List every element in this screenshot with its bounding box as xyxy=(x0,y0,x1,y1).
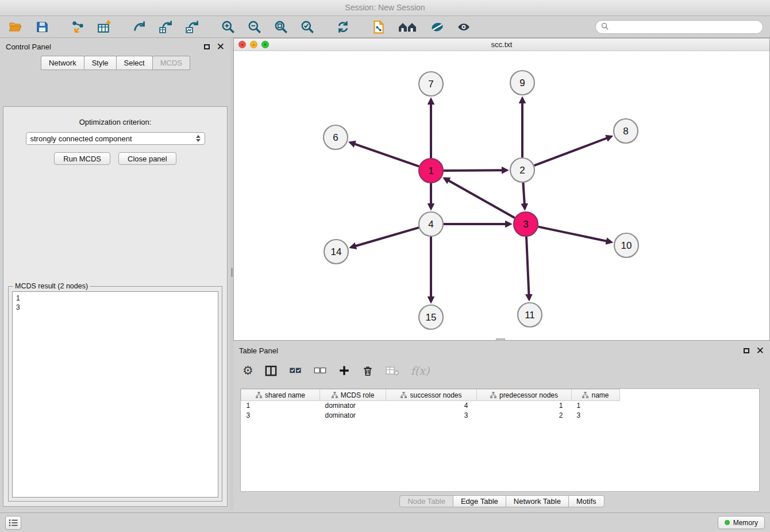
graph-node-1[interactable]: 1 xyxy=(419,159,443,183)
tab-motifs[interactable]: Motifs xyxy=(568,495,605,507)
graph-node-4[interactable]: 4 xyxy=(419,212,443,236)
home-layout-icon[interactable] xyxy=(396,18,419,36)
control-panel-tabs: Network Style Select MCDS xyxy=(0,56,230,70)
copy-network-icon[interactable] xyxy=(370,18,387,36)
svg-text:1: 1 xyxy=(428,165,433,176)
window-minimize-button[interactable]: − xyxy=(250,41,257,48)
graph-edge-1-2[interactable] xyxy=(444,170,507,171)
graph-node-15[interactable]: 15 xyxy=(419,305,443,329)
graph-edge-3-11[interactable] xyxy=(526,237,529,299)
task-history-button[interactable] xyxy=(5,516,21,530)
memory-label: Memory xyxy=(733,519,758,527)
tab-network-table[interactable]: Network Table xyxy=(506,495,569,507)
graph-edge-3-10[interactable] xyxy=(538,227,611,242)
graph-edge-1-6[interactable] xyxy=(351,142,419,167)
close-table-panel-icon[interactable]: ✕ xyxy=(756,346,764,356)
window-resize-grip[interactable] xyxy=(496,338,505,341)
zoom-selected-icon[interactable] xyxy=(299,18,316,36)
search-field[interactable] xyxy=(595,20,763,34)
app-title: Session: New Session xyxy=(345,3,425,12)
tab-edge-table[interactable]: Edge Table xyxy=(453,495,506,507)
delete-column-icon[interactable] xyxy=(361,364,374,377)
zoom-out-icon[interactable] xyxy=(246,18,263,36)
open-session-icon[interactable] xyxy=(7,18,24,36)
status-bar: Memory xyxy=(0,512,770,532)
save-session-icon[interactable] xyxy=(33,18,51,36)
graph-edge-3-1[interactable] xyxy=(445,178,515,218)
column-header-predecessor-nodes[interactable]: predecessor nodes xyxy=(477,390,572,401)
import-table-icon[interactable] xyxy=(95,18,113,36)
table-panel-title: Table Panel xyxy=(239,346,278,355)
search-icon xyxy=(601,22,609,32)
svg-text:6: 6 xyxy=(333,132,338,143)
tab-mcds[interactable]: MCDS xyxy=(152,56,190,70)
window-close-button[interactable]: × xyxy=(238,41,246,48)
mcds-result-list[interactable]: 13 xyxy=(12,291,218,498)
svg-text:10: 10 xyxy=(621,240,632,251)
float-panel-icon[interactable] xyxy=(204,44,210,49)
search-input[interactable] xyxy=(612,22,757,31)
window-zoom-button[interactable]: + xyxy=(261,41,269,48)
tab-select[interactable]: Select xyxy=(116,56,153,70)
column-header-successor-nodes[interactable]: successor nodes xyxy=(386,390,477,401)
graph-node-14[interactable]: 14 xyxy=(324,240,348,264)
criterion-label: Optimization criterion: xyxy=(3,118,227,126)
graph-node-11[interactable]: 11 xyxy=(518,303,542,327)
svg-text:4: 4 xyxy=(428,219,433,230)
zoom-fit-icon[interactable] xyxy=(272,18,290,36)
table-panel: Table Panel ✕ ⚙ f(x) shared nameMCDS ro xyxy=(233,342,770,510)
graph-edge-4-14[interactable] xyxy=(351,228,419,247)
criterion-select[interactable]: strongly connected component xyxy=(26,132,205,145)
network-window: × − + scc.txt 7968124310141511 xyxy=(233,38,770,341)
new-network-icon[interactable] xyxy=(131,18,148,36)
zoom-in-icon[interactable] xyxy=(220,18,237,36)
graph-node-6[interactable]: 6 xyxy=(324,125,348,149)
tab-node-table[interactable]: Node Table xyxy=(399,495,453,507)
table-tabs: Node Table Edge Table Network Table Moti… xyxy=(233,495,770,507)
graph-edge-2-8[interactable] xyxy=(534,137,611,166)
run-mcds-button[interactable]: Run MCDS xyxy=(54,152,110,165)
add-column-icon[interactable] xyxy=(338,364,351,377)
graph-node-9[interactable]: 9 xyxy=(510,71,534,95)
graph-node-7[interactable]: 7 xyxy=(419,72,443,96)
apply-style-icon[interactable] xyxy=(429,18,446,36)
panel-divider-handle[interactable] xyxy=(231,268,233,277)
column-header-name[interactable]: name xyxy=(572,390,620,401)
show-graphics-icon[interactable] xyxy=(455,18,472,36)
tab-style[interactable]: Style xyxy=(84,56,117,70)
mcds-result-item[interactable]: 3 xyxy=(16,303,214,312)
close-panel-button[interactable]: Close panel xyxy=(118,152,176,165)
svg-text:9: 9 xyxy=(519,78,525,88)
mcds-result-item[interactable]: 1 xyxy=(16,294,214,303)
mcds-result-title: MCDS result (2 nodes) xyxy=(13,282,90,290)
svg-text:8: 8 xyxy=(623,126,628,137)
graph-edge-2-3[interactable] xyxy=(523,183,525,209)
node-table-body: 1dominator4113dominator323 xyxy=(241,401,760,421)
delete-table-icon[interactable] xyxy=(385,364,400,377)
tab-network[interactable]: Network xyxy=(41,56,84,70)
graph-node-3[interactable]: 3 xyxy=(514,212,538,236)
export-image-icon[interactable] xyxy=(184,18,201,36)
function-builder-icon[interactable]: f(x) xyxy=(411,364,430,377)
table-row[interactable]: 3dominator323 xyxy=(241,411,760,421)
column-header-shared-name[interactable]: shared name xyxy=(241,390,320,401)
clone-network-icon[interactable] xyxy=(157,18,175,36)
import-network-icon[interactable] xyxy=(69,18,86,36)
svg-text:11: 11 xyxy=(525,310,535,321)
show-columns-icon[interactable] xyxy=(264,364,278,377)
table-toolbar: ⚙ f(x) xyxy=(242,361,429,380)
refresh-layout-icon[interactable] xyxy=(334,18,352,36)
graph-node-2[interactable]: 2 xyxy=(510,158,534,182)
column-header-MCDS-role[interactable]: MCDS role xyxy=(320,390,386,401)
close-panel-icon[interactable]: ✕ xyxy=(217,42,225,52)
table-row[interactable]: 1dominator411 xyxy=(241,401,760,411)
network-canvas[interactable]: 7968124310141511 xyxy=(234,51,769,340)
memory-button[interactable]: Memory xyxy=(718,516,765,529)
float-table-panel-icon[interactable] xyxy=(744,348,749,353)
select-all-columns-icon[interactable] xyxy=(288,364,302,377)
graph-node-10[interactable]: 10 xyxy=(614,233,638,257)
graph-node-8[interactable]: 8 xyxy=(614,119,638,143)
table-settings-icon[interactable]: ⚙ xyxy=(242,365,253,377)
svg-text:3: 3 xyxy=(523,219,528,230)
deselect-all-columns-icon[interactable] xyxy=(313,364,327,377)
